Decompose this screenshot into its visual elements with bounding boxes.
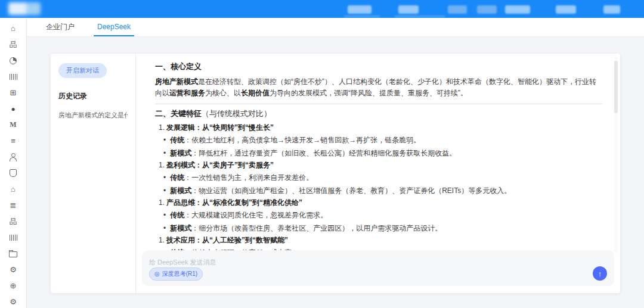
chat-content: 一、核心定义房地产新模式是在经济转型、政策调控（如“房住不炒”）、人口结构变化（… (136, 54, 620, 293)
barcode-alt-icon (10, 235, 17, 241)
user-icon[interactable] (0, 149, 26, 165)
bullet-dot: • (163, 173, 166, 182)
shield-icon[interactable] (0, 165, 26, 181)
message-input[interactable] (149, 259, 493, 266)
bullet-item: •传统：一次性销售为主，利润来自开发差价。 (155, 173, 602, 182)
gear-badge-icon: ⚙ (10, 265, 17, 274)
bullet-item: •新模式：降低杠杆，通过存量资产（如旧改、长租公寓）经营和精细化服务获取长期收益… (155, 149, 602, 157)
home-icon: ⌂ (11, 24, 16, 33)
bullet-list: •传统：大规模建设同质化住宅，忽视差异化需求。•新模式：细分市场（改善型住房、养… (155, 211, 602, 232)
section-heading: 二、关键特征（与传统模式对比） (155, 109, 602, 119)
nav-item-blurred[interactable] (477, 5, 497, 14)
history-title: 历史记录 (58, 91, 128, 101)
m-letter-icon: M (10, 120, 16, 129)
bullet-dot: • (163, 149, 166, 157)
new-chat-button[interactable]: 开启新对话 (58, 63, 107, 78)
bullet-dot: • (163, 211, 166, 219)
org-chart-icon: 品 (10, 39, 17, 50)
home-alt-icon: ⌂ (11, 185, 16, 194)
deepseek-chat-card: 开启新对话 历史记录 房地产新模式的定义是什么 一、核心定义房地产新模式是在经济… (51, 54, 620, 293)
folder-icon (9, 251, 17, 257)
pie-chart-icon[interactable] (0, 52, 26, 69)
home-icon[interactable]: ⌂ (0, 20, 26, 36)
org-chart-icon[interactable]: 品 (0, 36, 26, 52)
deep-think-label: 深度思考(R1) (162, 270, 197, 278)
answer-markdown: 一、核心定义房地产新模式是在经济转型、政策调控（如“房住不炒”）、人口结构变化（… (155, 62, 602, 257)
list-icon[interactable]: ≡ (0, 133, 26, 149)
tab-bar: 企业门户 DeepSeek (27, 18, 644, 37)
send-button[interactable]: ↑ (593, 266, 607, 281)
bullet-list: •传统：一次性销售为主，利润来自开发差价。•新模式：物业运营（如商业地产租金）、… (155, 173, 602, 195)
home-alt-icon[interactable]: ⌂ (0, 181, 26, 197)
pie-chart-icon (10, 57, 17, 64)
shield-icon (10, 169, 17, 177)
barcode-icon (10, 74, 17, 80)
deep-think-button[interactable]: ◎ 深度思考(R1) (149, 267, 203, 281)
barcode-alt-icon[interactable] (0, 229, 26, 245)
message-composer: ◎ 深度思考(R1) ↑ (142, 250, 614, 286)
arrow-up-icon: ↑ (598, 269, 602, 278)
user-menu-blurred[interactable] (603, 5, 620, 14)
divider (155, 104, 602, 104)
dark-badge-icon: ● (11, 105, 15, 113)
bullet-item: •传统：大规模建设同质化住宅，忽视差异化需求。 (155, 211, 602, 219)
app-logo-blurred[interactable] (8, 2, 41, 15)
top-header-bar (0, 0, 644, 18)
chat-history-panel: 开启新对话 历史记录 房地产新模式的定义是什么 (51, 54, 136, 293)
folder-add-icon: ⊞ (10, 88, 17, 97)
barcode-icon[interactable] (0, 69, 26, 85)
nav-item-blurred[interactable] (505, 5, 530, 14)
bullet-item: •新模式：物业运营（如商业地产租金）、社区增值服务（养老、教育）、资产证券化（R… (155, 186, 602, 195)
gear-badge-icon[interactable]: ⚙ (0, 262, 26, 278)
globe-icon: ⊕ (10, 281, 17, 290)
scrollbar-thumb[interactable] (614, 61, 618, 113)
settings-gear-icon[interactable]: ⚙ (0, 294, 26, 308)
nav-item-blurred[interactable] (556, 5, 576, 14)
nav-item-blurred[interactable] (348, 5, 371, 14)
stack-icon[interactable]: ≣ (0, 197, 26, 213)
tab-enterprise-portal[interactable]: 企业门户 (42, 18, 78, 36)
deep-think-icon: ◎ (154, 271, 160, 277)
tab-deepseek[interactable]: DeepSeek (94, 18, 134, 36)
bullet-dot: • (163, 186, 166, 195)
globe-icon[interactable]: ⊕ (0, 278, 26, 294)
m-letter-icon[interactable]: M (0, 117, 26, 133)
settings-gear-icon: ⚙ (10, 297, 17, 306)
nav-item-blurred[interactable] (448, 5, 467, 14)
folder-icon[interactable] (0, 245, 26, 262)
bullet-dot: • (163, 136, 166, 144)
bullet-item: •传统：依赖土地红利，高负债拿地→快速开发→销售回款→再扩张，链条脆弱。 (155, 136, 602, 144)
numbered-list-item: 1.技术应用：从“人工经验”到“数智赋能” (155, 236, 602, 245)
section-heading: 一、核心定义 (155, 62, 602, 71)
bullet-dot: • (163, 224, 166, 232)
bullet-item: •新模式：细分市场（改善型住房、养老社区、产业园区），以用户需求驱动产品设计。 (155, 224, 602, 232)
folder-add-icon[interactable]: ⊞ (0, 85, 26, 101)
numbered-list-item: 1.产品思维：从“标准化复制”到“精准化供给” (155, 198, 602, 207)
history-item[interactable]: 房地产新模式的定义是什么 (58, 111, 128, 120)
list-icon: ≡ (11, 136, 16, 145)
tree-icon[interactable]: 品 (0, 213, 26, 229)
numbered-list-item: 1.盈利模式：从“卖房子”到“卖服务” (155, 161, 602, 170)
numbered-list-item: 1.发展逻辑：从“快周转”到“慢生长” (155, 123, 602, 132)
user-icon (9, 153, 17, 161)
main-area: 开启新对话 历史记录 房地产新模式的定义是什么 一、核心定义房地产新模式是在经济… (27, 37, 644, 308)
paragraph: 房地产新模式是在经济转型、政策调控（如“房住不炒”）、人口结构变化（老龄化、少子… (155, 76, 602, 99)
nav-item-blurred[interactable] (398, 5, 419, 14)
tree-icon: 品 (10, 216, 17, 227)
dark-badge-icon[interactable]: ● (0, 101, 26, 117)
bullet-list: •传统：依赖土地红利，高负债拿地→快速开发→销售回款→再扩张，链条脆弱。•新模式… (155, 136, 602, 157)
stack-icon: ≣ (10, 201, 17, 210)
sidebar: ⌂品⊞●M≡⌂≣品⚙⊕⚙ (0, 18, 27, 308)
